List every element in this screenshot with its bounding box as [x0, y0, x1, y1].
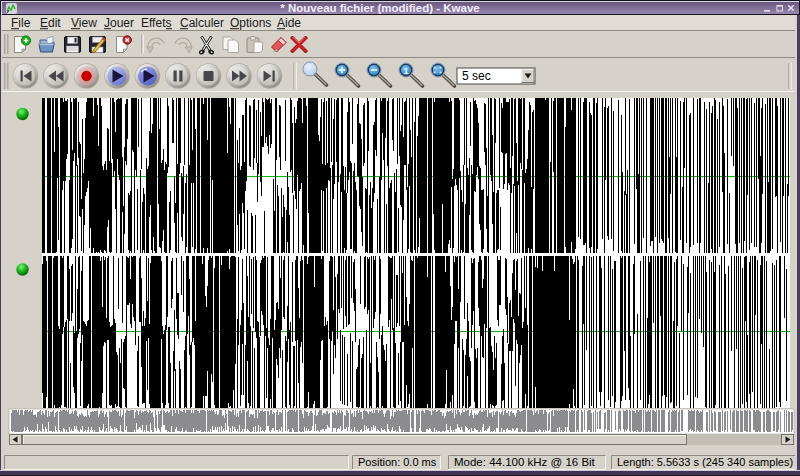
svg-text:Position: 0.0 ms: Position: 0.0 ms	[358, 456, 437, 468]
svg-text:Effets: Effets	[141, 16, 171, 30]
svg-text:Edit: Edit	[40, 16, 61, 30]
svg-text:1: 1	[403, 66, 408, 76]
svg-text:Aide: Aide	[277, 16, 301, 30]
svg-text:* Nouveau fichier (modified) -: * Nouveau fichier (modified) - Kwave	[280, 2, 479, 14]
svg-text:Jouer: Jouer	[104, 16, 134, 30]
svg-text:Options: Options	[230, 16, 271, 30]
svg-text:Mode: 44.100 kHz @ 16 Bit: Mode: 44.100 kHz @ 16 Bit	[454, 456, 596, 468]
svg-text:Length: 5.5633 s (245 340 samp: Length: 5.5633 s (245 340 samples)	[617, 456, 793, 468]
svg-text:Calculer: Calculer	[180, 16, 224, 30]
svg-text:File: File	[11, 16, 31, 30]
svg-text:View: View	[71, 16, 97, 30]
svg-text:5 sec: 5 sec	[462, 69, 491, 83]
